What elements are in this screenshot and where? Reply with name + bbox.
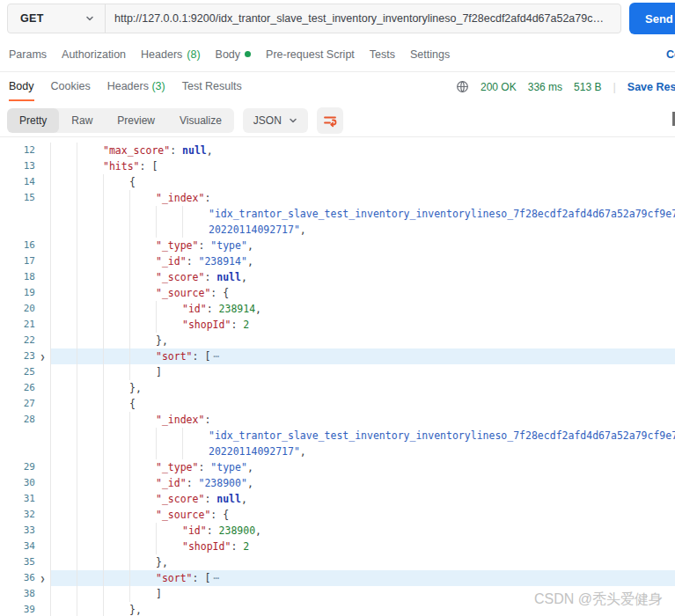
method-label: GET bbox=[20, 12, 44, 25]
method-dropdown[interactable]: GET bbox=[8, 4, 105, 33]
code-content[interactable]: "_type": "type", bbox=[50, 238, 675, 253]
wrap-lines-button[interactable] bbox=[317, 107, 343, 134]
response-tab-headers[interactable]: Headers (3) bbox=[107, 80, 165, 99]
fold-column bbox=[35, 301, 50, 317]
code-content[interactable]: "_index": bbox=[50, 412, 675, 428]
code-content[interactable]: 20220114092717", bbox=[50, 444, 675, 459]
code-content[interactable]: "max_score": null, bbox=[50, 143, 675, 158]
code-content[interactable]: "shopId": 2 bbox=[50, 539, 675, 554]
code-content[interactable]: }, bbox=[50, 333, 675, 348]
code-content[interactable]: "_score": null, bbox=[50, 269, 675, 285]
fold-column bbox=[35, 444, 50, 459]
url-input[interactable]: http://127.0.0.1:9200/idx_trantor_slave_… bbox=[106, 12, 620, 25]
code-line-20: 20"id": 238914, bbox=[0, 301, 675, 317]
folded-range-marker[interactable]: ⋯ bbox=[210, 348, 221, 364]
line-number: 28 bbox=[0, 412, 35, 428]
line-number bbox=[0, 222, 35, 238]
fold-chevron-icon[interactable]: ❯ bbox=[35, 348, 50, 364]
fold-column bbox=[35, 143, 50, 158]
response-tab-body[interactable]: Body bbox=[9, 80, 34, 101]
cookies-link[interactable]: Cookies bbox=[666, 48, 675, 61]
code-line-35: 35}, bbox=[0, 554, 675, 570]
line-number: 33 bbox=[0, 523, 35, 539]
fold-column bbox=[35, 380, 50, 396]
network-globe-icon[interactable] bbox=[456, 80, 469, 93]
response-header: BodyCookiesHeaders (3)Test Results 200 O… bbox=[0, 72, 675, 104]
code-content[interactable]: 20220114092717", bbox=[50, 222, 675, 238]
code-content[interactable]: "shopId": 2 bbox=[50, 317, 675, 333]
code-content[interactable]: }, bbox=[50, 554, 675, 570]
fold-column bbox=[35, 523, 50, 539]
response-meta: 200 OK 336 ms 513 B | Save Response bbox=[456, 80, 675, 93]
fold-column bbox=[35, 412, 50, 428]
response-time: 336 ms bbox=[528, 81, 562, 93]
fold-column bbox=[35, 317, 50, 333]
fold-column bbox=[35, 174, 50, 190]
tab-tests[interactable]: Tests bbox=[370, 48, 395, 61]
fold-column bbox=[35, 428, 50, 444]
code-content[interactable]: "idx_trantor_slave_test_inventory_invent… bbox=[50, 206, 675, 222]
view-tab-pretty[interactable]: Pretty bbox=[7, 108, 59, 133]
line-number: 27 bbox=[0, 396, 35, 412]
code-content[interactable]: "sort": [⋯ bbox=[50, 570, 675, 586]
code-line-16: 16"_type": "type", bbox=[0, 238, 675, 253]
line-number: 18 bbox=[0, 269, 35, 285]
chevron-down-icon bbox=[289, 116, 297, 125]
code-content[interactable]: "sort": [⋯ bbox=[50, 348, 675, 364]
fold-column bbox=[35, 285, 50, 301]
fold-column bbox=[35, 364, 50, 380]
watermark: CSDN @秃头爱健身 bbox=[534, 590, 663, 609]
code-content[interactable]: "_score": null, bbox=[50, 491, 675, 507]
fold-column bbox=[35, 222, 50, 238]
response-tab-test-results[interactable]: Test Results bbox=[182, 80, 242, 99]
wrap-lines-icon bbox=[323, 114, 337, 128]
folded-range-marker[interactable]: ⋯ bbox=[210, 570, 221, 586]
code-content[interactable]: "_type": "type", bbox=[50, 459, 675, 475]
response-tab-cookies[interactable]: Cookies bbox=[51, 80, 91, 99]
save-response-button[interactable]: Save Response bbox=[627, 81, 675, 93]
code-content[interactable]: "_id": "238900", bbox=[50, 475, 675, 491]
code-content[interactable]: { bbox=[50, 396, 675, 412]
tab-params[interactable]: Params bbox=[9, 48, 47, 61]
code-content[interactable]: "_id": "238914", bbox=[50, 253, 675, 269]
line-number: 29 bbox=[0, 459, 35, 475]
send-button[interactable]: Send bbox=[629, 3, 675, 34]
url-bar: GET http://127.0.0.1:9200/idx_trantor_sl… bbox=[0, 0, 675, 37]
code-content[interactable]: ] bbox=[50, 364, 675, 380]
code-content[interactable]: "_index": bbox=[50, 190, 675, 206]
code-line-33: 33"id": 238900, bbox=[0, 523, 675, 539]
code-content[interactable]: "id": 238900, bbox=[50, 523, 675, 539]
code-line-15: 15"_index": bbox=[0, 190, 675, 206]
code-content[interactable]: "hits": [ bbox=[50, 158, 675, 174]
tab-pre-request-script[interactable]: Pre-request Script bbox=[266, 48, 355, 61]
code-content[interactable]: "_source": { bbox=[50, 507, 675, 523]
view-tab-preview[interactable]: Preview bbox=[105, 108, 167, 133]
code-content[interactable]: { bbox=[50, 174, 675, 190]
format-dropdown[interactable]: JSON bbox=[243, 108, 308, 133]
code-line-28: 28"_index": bbox=[0, 412, 675, 428]
code-line-25: 25] bbox=[0, 364, 675, 380]
tab-authorization[interactable]: Authorization bbox=[62, 48, 126, 61]
code-line-14: 14{ bbox=[0, 174, 675, 190]
line-number: 21 bbox=[0, 317, 35, 333]
fold-column bbox=[35, 586, 50, 602]
tab-settings[interactable]: Settings bbox=[410, 48, 450, 61]
fold-column bbox=[35, 238, 50, 253]
tab-headers[interactable]: Headers(8) bbox=[141, 48, 201, 61]
code-content[interactable]: "id": 238914, bbox=[50, 301, 675, 317]
fold-column bbox=[35, 269, 50, 285]
code-content[interactable]: }, bbox=[50, 380, 675, 396]
view-tab-visualize[interactable]: Visualize bbox=[167, 108, 234, 133]
line-number bbox=[0, 206, 35, 222]
code-line-wrap: 20220114092717", bbox=[0, 444, 675, 459]
code-content[interactable]: "idx_trantor_slave_test_inventory_invent… bbox=[50, 428, 675, 444]
view-tab-raw[interactable]: Raw bbox=[59, 108, 105, 133]
code-line-22: 22}, bbox=[0, 333, 675, 348]
fold-chevron-icon[interactable]: ❯ bbox=[35, 570, 50, 586]
fold-column bbox=[35, 491, 50, 507]
fold-column bbox=[35, 507, 50, 523]
tab-body[interactable]: Body bbox=[216, 48, 252, 61]
line-number: 19 bbox=[0, 285, 35, 301]
code-content[interactable]: "_source": { bbox=[50, 285, 675, 301]
chevron-down-icon bbox=[85, 14, 94, 23]
